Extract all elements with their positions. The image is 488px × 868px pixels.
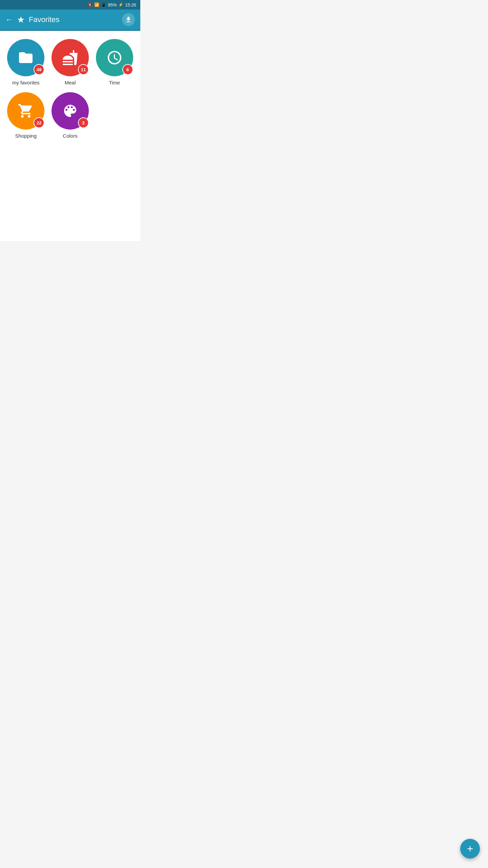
category-circle-wrapper-meal: 11: [52, 39, 89, 76]
page-title: Favorites: [29, 15, 118, 24]
category-grid: 49 my favorites 11 Meal: [5, 39, 135, 139]
app-bar: ← ★ Favorites: [0, 9, 140, 30]
palette-icon: [62, 103, 78, 119]
battery-icon: ⚡: [118, 2, 123, 7]
time-text: 15:26: [125, 2, 136, 7]
cart-icon: [18, 103, 34, 119]
category-item-meal[interactable]: 11 Meal: [50, 39, 91, 85]
status-icons: 🔇 📶 📱 95% ⚡ 15:26: [87, 2, 136, 7]
clock-icon: [106, 50, 123, 66]
badge-colors: 3: [78, 117, 89, 128]
favorites-star-icon: ★: [17, 15, 25, 24]
star-folder-icon: [18, 50, 34, 66]
category-circle-wrapper-colors: 3: [52, 92, 89, 130]
label-shopping: Shopping: [15, 133, 37, 139]
fork-spoon-icon: [62, 50, 78, 66]
category-item-shopping[interactable]: 22 Shopping: [5, 92, 46, 139]
category-circle-wrapper-time: 6: [96, 39, 133, 76]
badge-my-favorites: 49: [34, 64, 44, 75]
category-item-time[interactable]: 6 Time: [94, 39, 135, 85]
signal-icon: 📱: [101, 2, 106, 7]
badge-shopping: 22: [34, 117, 44, 128]
battery-text: 95%: [108, 2, 117, 7]
download-icon: [125, 16, 132, 23]
mute-icon: 🔇: [87, 2, 93, 7]
label-colors: Colors: [63, 133, 77, 139]
status-bar: 🔇 📶 📱 95% ⚡ 15:26: [0, 0, 140, 9]
label-meal: Meal: [65, 80, 76, 85]
label-time: Time: [109, 80, 120, 85]
badge-time: 6: [122, 64, 133, 75]
badge-meal: 11: [78, 64, 89, 75]
category-item-my-favorites[interactable]: 49 my favorites: [5, 39, 46, 85]
label-my-favorites: my favorites: [12, 80, 40, 85]
category-circle-wrapper-my-favorites: 49: [7, 39, 44, 76]
content-area: 49 my favorites 11 Meal: [0, 31, 140, 241]
category-item-colors[interactable]: 3 Colors: [50, 92, 91, 139]
wifi-icon: 📶: [94, 2, 99, 7]
category-circle-wrapper-shopping: 22: [7, 92, 44, 130]
back-button[interactable]: ←: [5, 16, 13, 23]
download-button[interactable]: [122, 13, 135, 26]
